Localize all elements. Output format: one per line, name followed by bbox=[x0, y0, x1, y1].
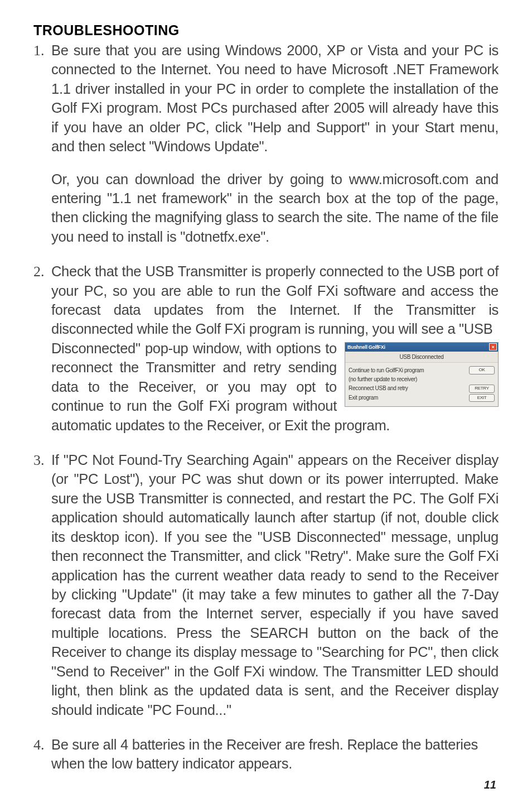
page-number: 11 bbox=[484, 779, 496, 791]
item-number: 1. bbox=[33, 41, 51, 246]
dialog-titlebar: Bushnell GolfFXi × bbox=[345, 343, 498, 352]
paragraph: Be sure all 4 batteries in the Receiver … bbox=[51, 735, 499, 774]
close-icon[interactable]: × bbox=[489, 343, 497, 350]
paragraph: Check that the USB Transmitter is proper… bbox=[51, 262, 499, 339]
ok-button[interactable]: OK bbox=[469, 366, 495, 374]
dialog-text: Continue to run GolfFXi program bbox=[349, 367, 424, 374]
dialog-text: Reconnect USB and retry bbox=[349, 385, 408, 392]
paragraph: If "PC Not Found-Try Searching Again" ap… bbox=[51, 450, 499, 719]
list-item: 2. Check that the USB Transmitter is pro… bbox=[33, 262, 499, 435]
paragraph: Or, you can download the driver by going… bbox=[51, 170, 499, 247]
heading-troubleshooting: TROUBLESHOOTING bbox=[33, 22, 499, 39]
dialog-subtitle: USB Disconnected bbox=[345, 352, 498, 363]
list-item: 1. Be sure that you are using Windows 20… bbox=[33, 41, 499, 246]
dialog-text: Exit program bbox=[349, 394, 378, 402]
list-item: 4. Be sure all 4 batteries in the Receiv… bbox=[33, 735, 499, 774]
retry-button[interactable]: RETRY bbox=[469, 385, 495, 393]
item-number: 3. bbox=[33, 450, 51, 719]
exit-button[interactable]: EXIT bbox=[469, 394, 495, 402]
dialog-title: Bushnell GolfFXi bbox=[347, 344, 385, 350]
item-number: 4. bbox=[33, 735, 51, 774]
dialog-body: Continue to run GolfFXi program OK (no f… bbox=[345, 363, 498, 406]
item-number: 2. bbox=[33, 262, 51, 435]
list-item: 3. If "PC Not Found-Try Searching Again"… bbox=[33, 450, 499, 719]
dialog-usb-disconnected: Bushnell GolfFXi × USB Disconnected Cont… bbox=[345, 342, 499, 407]
paragraph: Be sure that you are using Windows 2000,… bbox=[51, 41, 499, 156]
dialog-text: (no further update to receiver) bbox=[349, 376, 417, 383]
